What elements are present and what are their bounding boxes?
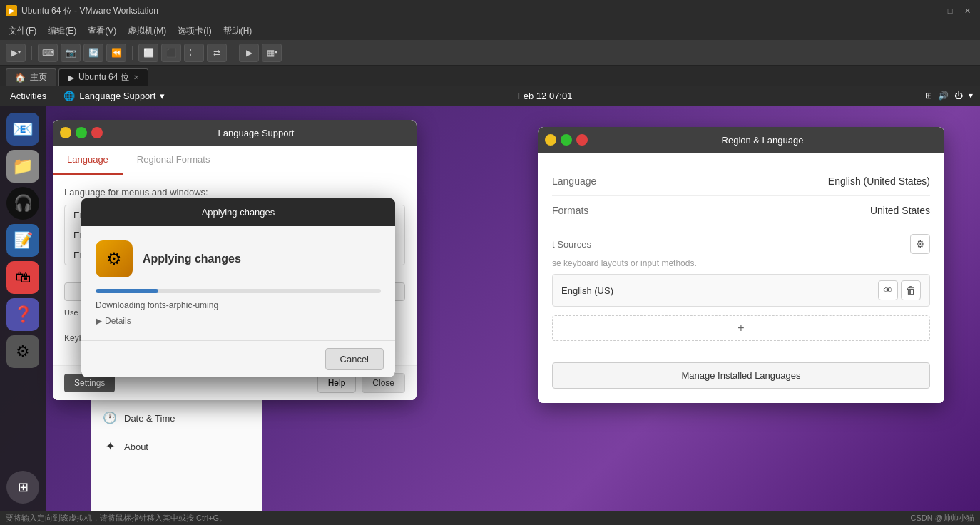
tab-close-icon[interactable]: ✕ xyxy=(133,73,139,81)
toolbar-fit1[interactable]: ⬜ xyxy=(138,44,158,62)
home-icon: 🏠 xyxy=(15,73,26,83)
vmware-statusbar: 要将输入定向到该虚拟机，请将鼠标指针移入其中或按 Ctrl+G。 CSDN @帅… xyxy=(0,511,980,525)
topbar-clock[interactable]: Feb 12 07:01 xyxy=(172,91,918,101)
applying-dialog: Applying changes ⚙ Applying changes Down… xyxy=(81,198,395,377)
tab-ubuntu[interactable]: ▶ Ubuntu 64 位 ✕ xyxy=(58,68,148,86)
rl-maximize-btn[interactable] xyxy=(561,134,572,146)
dock-thunderbird[interactable]: 📧 xyxy=(6,113,39,146)
toolbar-fullscreen[interactable]: ⛶ xyxy=(184,44,204,62)
dock-appstore[interactable]: 🛍 xyxy=(6,261,39,294)
dock-writer[interactable]: 📝 xyxy=(6,224,39,257)
writer-icon: 📝 xyxy=(14,231,33,250)
activities-label: Activities xyxy=(10,91,46,101)
toolbar-terminal[interactable]: ▶ xyxy=(239,44,259,62)
cancel-button[interactable]: Cancel xyxy=(325,348,384,370)
menu-help[interactable]: 帮助(H) xyxy=(218,24,258,39)
dock-headphones[interactable]: 🎧 xyxy=(6,187,39,220)
power-icon[interactable]: ⏻ xyxy=(954,91,963,101)
app-name-label: Language Support xyxy=(79,91,155,101)
sources-header: t Sources xyxy=(552,239,591,250)
menu-file[interactable]: 文件(F) xyxy=(3,24,42,39)
applying-dialog-footer: Cancel xyxy=(81,340,395,377)
toolbar-snapshot1[interactable]: 📷 xyxy=(61,44,81,62)
progress-fill xyxy=(96,289,158,293)
dock-settings[interactable]: ⚙ xyxy=(6,335,39,368)
ls-maximize-btn[interactable] xyxy=(76,127,87,138)
files-icon: 📁 xyxy=(12,156,34,176)
ls-win-controls xyxy=(60,127,103,138)
datetime-icon: 🕐 xyxy=(103,411,117,425)
source-btns: 👁 🗑 xyxy=(878,280,921,300)
sidebar-item-about[interactable]: ✦ About xyxy=(91,432,262,461)
ubuntu-dock: 📧 📁 🎧 📝 🛍 ❓ ⚙ ⊞ xyxy=(0,106,46,511)
rl-language-value[interactable]: English (United States) xyxy=(652,175,930,187)
tab-regional[interactable]: Regional Formats xyxy=(123,146,225,175)
source-name: English (US) xyxy=(561,285,878,296)
applying-icon: ⚙ xyxy=(96,240,133,277)
lang-support-title: Language Support xyxy=(103,128,409,138)
toolbar-power[interactable]: ▶▾ xyxy=(6,44,26,62)
statusbar-hint: 要将输入定向到该虚拟机，请将鼠标指针移入其中或按 Ctrl+G。 xyxy=(6,513,911,524)
tab-language[interactable]: Language xyxy=(53,146,123,175)
lang-support-tabs: Language Regional Formats xyxy=(53,146,417,175)
toolbar-switch[interactable]: ⇄ xyxy=(207,44,227,62)
rl-formats-row: Formats United States xyxy=(552,196,930,225)
rl-sources-section: t Sources ⚙ se keyboard layouts or input… xyxy=(552,225,930,354)
sources-settings-btn[interactable]: ⚙ xyxy=(910,234,930,254)
region-lang-content: Language English (United States) Formats… xyxy=(538,153,944,403)
ls-close-x-btn[interactable] xyxy=(91,127,103,138)
applying-header-title: Applying changes xyxy=(143,253,241,265)
app-indicator[interactable]: Language Support ▾ xyxy=(56,86,172,106)
details-arrow: ▶ xyxy=(96,316,102,326)
statusbar-right: CSDN @帅帅小猫 xyxy=(911,513,974,524)
network-icon[interactable]: ⊞ xyxy=(925,91,932,101)
ls-minimize-btn[interactable] xyxy=(60,127,71,138)
vmware-menubar: 文件(F) 编辑(E) 查看(V) 虚拟机(M) 选项卡(I) 帮助(H) xyxy=(0,21,980,40)
dock-help[interactable]: ❓ xyxy=(6,298,39,331)
rl-minimize-btn[interactable] xyxy=(545,134,556,146)
thunderbird-icon: 📧 xyxy=(12,119,34,139)
menu-view[interactable]: 查看(V) xyxy=(82,24,122,39)
vm-tabs: 🏠 主页 ▶ Ubuntu 64 位 ✕ xyxy=(0,66,980,86)
globe-icon xyxy=(63,91,75,101)
show-apps-button[interactable]: ⊞ xyxy=(6,471,39,504)
system-menu-arrow[interactable]: ▾ xyxy=(969,91,973,101)
toolbar-extra[interactable]: ▦▾ xyxy=(262,44,282,62)
toolbar-snapshot2[interactable]: 🔄 xyxy=(83,44,103,62)
help-icon: ❓ xyxy=(14,305,33,324)
manage-languages-btn[interactable]: Manage Installed Languages xyxy=(552,362,930,389)
add-source-btn[interactable]: + xyxy=(552,315,930,341)
clock-display: Feb 12 07:01 xyxy=(518,91,573,101)
toolbar-snapshot3[interactable]: ⏪ xyxy=(106,44,126,62)
sound-icon[interactable]: 🔊 xyxy=(938,91,949,101)
close-button[interactable]: ✕ xyxy=(960,4,974,17)
rl-close-btn[interactable] xyxy=(576,134,588,146)
tab-home[interactable]: 🏠 主页 xyxy=(6,68,56,86)
menu-edit[interactable]: 编辑(E) xyxy=(42,24,82,39)
sidebar-item-datetime[interactable]: 🕐 Date & Time xyxy=(91,404,262,432)
toolbar-send-ctrl[interactable]: ⌨ xyxy=(38,44,58,62)
restore-button[interactable]: □ xyxy=(943,4,957,17)
source-preview-btn[interactable]: 👁 xyxy=(878,280,898,300)
applying-dialog-content: ⚙ Applying changes Downloading fonts-arp… xyxy=(81,226,395,340)
datetime-label: Date & Time xyxy=(124,413,175,424)
applying-header: ⚙ Applying changes xyxy=(96,240,381,277)
dock-files[interactable]: 📁 xyxy=(6,150,39,183)
vmware-titlebar: ▶ Ubuntu 64 位 - VMware Workstation − □ ✕ xyxy=(0,0,980,21)
rl-formats-value[interactable]: United States xyxy=(652,205,930,216)
activities-button[interactable]: Activities xyxy=(0,86,56,106)
lang-list-label: Language for menus and windows: xyxy=(64,187,405,198)
details-toggle[interactable]: ▶ Details xyxy=(96,316,381,326)
source-delete-btn[interactable]: 🗑 xyxy=(901,280,921,300)
headphones-icon: 🎧 xyxy=(14,194,33,213)
vmware-title: Ubuntu 64 位 - VMware Workstation xyxy=(21,5,926,17)
minimize-button[interactable]: − xyxy=(926,4,940,17)
applying-status: Downloading fonts-arphic-uming xyxy=(96,300,381,310)
rl-language-label: Language xyxy=(552,175,652,187)
settings-icon: ⚙ xyxy=(16,342,30,361)
toolbar-fit2[interactable]: ⬛ xyxy=(161,44,181,62)
vmware-toolbar: ▶▾ ⌨ 📷 🔄 ⏪ ⬜ ⬛ ⛶ ⇄ ▶ ▦▾ xyxy=(0,40,980,66)
menu-tab[interactable]: 选项卡(I) xyxy=(172,24,217,39)
appstore-icon: 🛍 xyxy=(15,268,31,287)
menu-vm[interactable]: 虚拟机(M) xyxy=(122,24,172,39)
